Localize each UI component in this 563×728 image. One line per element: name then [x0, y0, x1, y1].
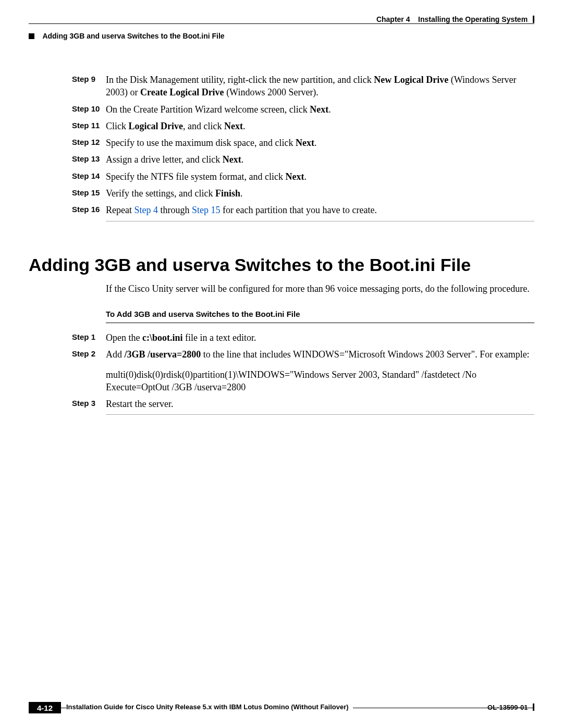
intro-paragraph: If the Cisco Unity server will be config…	[106, 282, 534, 295]
text: .	[240, 188, 243, 199]
text: Open the	[106, 332, 142, 343]
cross-ref-link[interactable]: Step 15	[192, 205, 221, 215]
step-body: Assign a drive letter, and click Next.	[106, 153, 534, 166]
step-label: Step 12	[29, 137, 106, 149]
steps-block-2: Step 1Open the c:\boot.ini file in a tex…	[29, 331, 534, 410]
step-row: Step 9In the Disk Management utility, ri…	[29, 73, 534, 99]
step-body: Verify the settings, and click Finish.	[106, 187, 534, 200]
separator	[106, 414, 534, 415]
bold-text: Next	[310, 104, 328, 115]
procedure-subheading: To Add 3GB and userva Switches to the Bo…	[106, 310, 534, 318]
step-label: Step 1	[29, 331, 106, 344]
step-body: Restart the server.	[106, 398, 534, 410]
bold-text: Create Logical Drive	[140, 87, 224, 97]
steps-block-1: Step 9In the Disk Management utility, ri…	[29, 73, 534, 217]
step-continuation: multi(0)disk(0)rdisk(0)partition(1)\WIND…	[29, 365, 534, 394]
step-label: Step 3	[29, 398, 106, 410]
footer-end-marker	[533, 704, 534, 711]
step-row: Step 1Open the c:\boot.ini file in a tex…	[29, 331, 534, 344]
text: to the line that includes WINDOWS="Micro…	[201, 349, 529, 360]
page-number: 4-12	[29, 702, 61, 713]
text: Repeat	[106, 205, 134, 215]
step-body: Repeat Step 4 through Step 15 for each p…	[106, 204, 534, 216]
section-breadcrumb: Adding 3GB and userva Switches to the Bo…	[29, 32, 534, 40]
separator	[106, 221, 534, 221]
step-label: Step 16	[29, 204, 106, 216]
text: file in a text editor.	[183, 332, 256, 343]
text: Click	[106, 121, 129, 131]
bold-text: Logical Drive	[129, 121, 183, 131]
step-body: Specify the NTFS file system format, and…	[106, 170, 534, 183]
page-footer: 4-12 Installation Guide for Cisco Unity …	[29, 702, 534, 713]
text: Specify to use the maximum disk space, a…	[106, 138, 296, 148]
chapter-title: Installing the Operating System	[418, 15, 528, 23]
section-name: Adding 3GB and userva Switches to the Bo…	[42, 32, 224, 40]
step-row: Step 15Verify the settings, and click Fi…	[29, 187, 534, 200]
text: for each partition that you have to crea…	[221, 205, 377, 215]
step-body: Open the c:\boot.ini file in a text edit…	[106, 331, 534, 344]
text: .	[314, 138, 317, 148]
header-rule: Chapter 4 Installing the Operating Syste…	[29, 18, 534, 29]
step-row: Step 14Specify the NTFS file system form…	[29, 170, 534, 183]
text: (Windows 2000 Server).	[224, 87, 319, 97]
step-row: Step 12Specify to use the maximum disk s…	[29, 137, 534, 149]
doc-number-text: OL-13599-01	[487, 704, 528, 711]
step-body: In the Disk Management utility, right-cl…	[106, 73, 534, 99]
bold-text: New Logical Drive	[374, 75, 448, 85]
step-label: Step 13	[29, 153, 106, 166]
text: .	[243, 121, 246, 131]
step-row: Step 13Assign a drive letter, and click …	[29, 153, 534, 166]
text: .	[328, 104, 331, 115]
text: .	[241, 154, 244, 165]
step-label: Step 11	[29, 120, 106, 132]
chapter-number: Chapter 4	[376, 15, 410, 23]
step-label: Step 2	[29, 348, 106, 361]
text: On the Create Partition Wizard welcome s…	[106, 104, 310, 115]
step-label: Step 10	[29, 103, 106, 116]
bold-text: c:\boot.ini	[142, 332, 183, 343]
step-row: Step 16Repeat Step 4 through Step 15 for…	[29, 204, 534, 216]
text: , and click	[183, 121, 224, 131]
text: Specify the NTFS file system format, and…	[106, 171, 285, 182]
step-label: Step 15	[29, 187, 106, 200]
footer-doc-number: OL-13599-01	[487, 704, 534, 711]
bold-text: Next	[224, 121, 243, 131]
step-row: Step 10On the Create Partition Wizard we…	[29, 103, 534, 116]
bold-text: Next	[223, 154, 241, 165]
bold-text: /3GB /userva=2800	[125, 349, 201, 360]
step-body: Add /3GB /userva=2800 to the line that i…	[106, 348, 534, 361]
step-label-empty	[29, 365, 106, 394]
step-row: Step 3Restart the server.	[29, 398, 534, 410]
square-bullet-icon	[29, 33, 34, 39]
step-row: Step 2Add /3GB /userva=2800 to the line …	[29, 348, 534, 361]
header-end-marker	[533, 16, 534, 23]
text: Add	[106, 349, 125, 360]
footer-doc-title: Installation Guide for Cisco Unity Relea…	[66, 703, 353, 711]
step-label: Step 14	[29, 170, 106, 183]
text: Assign a drive letter, and click	[106, 154, 223, 165]
cross-ref-link[interactable]: Step 4	[134, 205, 158, 215]
text: .	[304, 171, 307, 182]
step-body: On the Create Partition Wizard welcome s…	[106, 103, 534, 116]
text: In the Disk Management utility, right-cl…	[106, 75, 374, 85]
step-body: Click Logical Drive, and click Next.	[106, 120, 534, 132]
text: through	[158, 205, 192, 215]
step-label: Step 9	[29, 73, 106, 99]
step-example-text: multi(0)disk(0)rdisk(0)partition(1)\WIND…	[106, 368, 534, 394]
separator	[106, 323, 534, 323]
header-chapter: Chapter 4 Installing the Operating Syste…	[372, 15, 534, 23]
step-body: Specify to use the maximum disk space, a…	[106, 137, 534, 149]
text: Restart the server.	[106, 399, 173, 409]
bold-text: Next	[296, 138, 314, 148]
bold-text: Next	[285, 171, 304, 182]
section-heading: Adding 3GB and userva Switches to the Bo…	[29, 255, 534, 275]
bold-text: Finish	[215, 188, 240, 199]
text: Verify the settings, and click	[106, 188, 215, 199]
step-row: Step 11Click Logical Drive, and click Ne…	[29, 120, 534, 132]
footer-rule: 4-12 Installation Guide for Cisco Unity …	[29, 702, 534, 713]
